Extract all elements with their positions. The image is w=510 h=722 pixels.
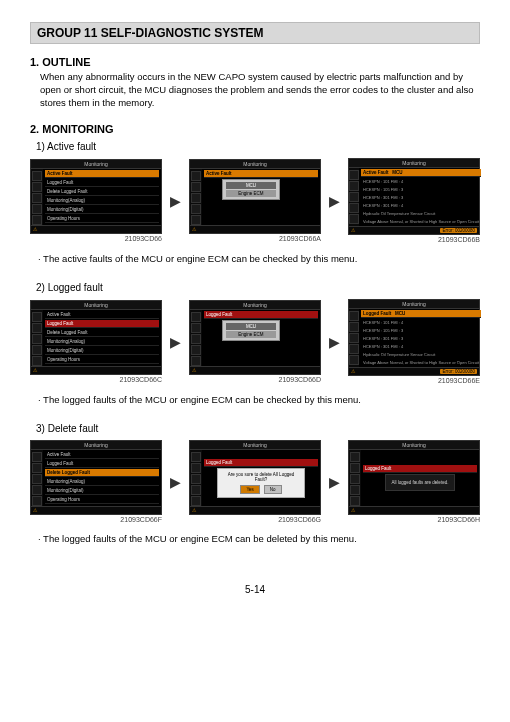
menu-item[interactable]: Delete Logged Fault bbox=[45, 329, 159, 337]
sidebar-icon bbox=[191, 452, 201, 462]
error-badge: Error: 00200080 bbox=[440, 369, 477, 374]
titlebar: Monitoring bbox=[190, 441, 320, 450]
figure-label: 21093CD66G bbox=[189, 516, 321, 523]
arrow-icon: ▶ bbox=[329, 334, 340, 350]
screen-footer: ⚠ Error: 00200080 bbox=[349, 226, 479, 234]
sidebar bbox=[190, 310, 202, 366]
menu-item-active[interactable]: Active Fault bbox=[204, 170, 318, 178]
sidebar-icon bbox=[349, 322, 359, 332]
screen-wrap-2: Monitoring Logged Fault Are you sure to … bbox=[189, 440, 321, 523]
warn-icon: ⚠ bbox=[33, 508, 37, 513]
warn-icon: ⚠ bbox=[33, 227, 37, 232]
screen-footer: ⚠ bbox=[31, 506, 161, 514]
sidebar bbox=[349, 168, 359, 226]
screen-footer: ⚠ bbox=[190, 225, 320, 233]
menu-item[interactable]: Monitoring(Analog) bbox=[45, 338, 159, 346]
active-fault-row: Monitoring Active Fault Logged Fault Del… bbox=[30, 158, 480, 243]
sidebar-icon bbox=[32, 323, 42, 333]
menu-item-logged[interactable]: Logged Fault bbox=[204, 311, 318, 319]
popup-item-mcu[interactable]: MCU bbox=[226, 182, 276, 189]
detail-header: Active Fault MCU bbox=[361, 169, 481, 177]
sidebar-icon bbox=[349, 355, 359, 365]
delete-fault-row: Monitoring Active Fault Logged Fault Del… bbox=[30, 440, 480, 523]
outline-heading: 1. OUTLINE bbox=[30, 56, 480, 68]
sidebar-icon bbox=[191, 496, 201, 506]
warn-icon: ⚠ bbox=[192, 227, 196, 232]
screen-footer: ⚠ bbox=[31, 366, 161, 374]
sidebar-icon bbox=[349, 344, 359, 354]
screen-main: Logged Fault MCU Engine ECM bbox=[202, 310, 320, 366]
sidebar-icon bbox=[349, 333, 359, 343]
logged-fault-heading: 2) Logged fault bbox=[36, 282, 480, 293]
menu-item[interactable]: Monitoring(Digital) bbox=[45, 206, 159, 214]
menu-item[interactable]: Operating Hours bbox=[45, 356, 159, 364]
sidebar-icon bbox=[32, 496, 42, 506]
menu-item[interactable]: Monitoring(Digital) bbox=[45, 487, 159, 495]
menu-item[interactable]: Monitoring(Analog) bbox=[45, 478, 159, 486]
sidebar bbox=[31, 450, 43, 506]
sidebar-icon bbox=[32, 452, 42, 462]
titlebar: Monitoring bbox=[31, 301, 161, 310]
titlebar: Monitoring bbox=[190, 301, 320, 310]
active-fault-heading: 1) Active fault bbox=[36, 141, 480, 152]
menu-item[interactable]: Active Fault bbox=[45, 451, 159, 459]
menu-item[interactable]: Active Fault bbox=[45, 311, 159, 319]
popup-item-mcu[interactable]: MCU bbox=[226, 323, 276, 330]
sidebar-icon bbox=[191, 171, 201, 181]
sidebar-icon bbox=[350, 496, 360, 506]
fault-desc: Voltage Above Normal, or Shorted to High… bbox=[361, 218, 481, 225]
menu-item[interactable]: Delete Logged Fault bbox=[45, 188, 159, 196]
sidebar-icon bbox=[350, 485, 360, 495]
arrow-icon: ▶ bbox=[170, 474, 181, 490]
sidebar-icon bbox=[32, 356, 42, 366]
detail-header: Logged Fault bbox=[363, 465, 477, 473]
menu-item-logged[interactable]: Logged Fault bbox=[45, 320, 159, 328]
menu-item[interactable]: Operating Hours bbox=[45, 496, 159, 504]
yes-button[interactable]: Yes bbox=[240, 485, 259, 494]
sidebar-icon bbox=[32, 334, 42, 344]
dialog-text: Are you sure to delete All Logged Fault? bbox=[221, 472, 301, 482]
sidebar-icon bbox=[349, 170, 359, 180]
no-button[interactable]: No bbox=[264, 485, 282, 494]
warn-icon: ⚠ bbox=[351, 228, 355, 233]
fault-code: HCESPN : 101 FMI : 4 bbox=[361, 319, 481, 326]
screen-active-3: Monitoring Active Fault MCU HCESPN : 101… bbox=[348, 158, 480, 235]
sidebar-icon bbox=[32, 345, 42, 355]
sidebar-icon bbox=[191, 474, 201, 484]
arrow-icon: ▶ bbox=[329, 474, 340, 490]
sidebar-icon bbox=[191, 215, 201, 225]
detail-header: Logged Fault MCU bbox=[361, 310, 481, 318]
menu-item[interactable]: Monitoring(Analog) bbox=[45, 197, 159, 205]
menu-item-delete[interactable]: Delete Logged Fault bbox=[45, 469, 159, 477]
menu-item[interactable]: Monitoring(Digital) bbox=[45, 347, 159, 355]
popup-item-ecm[interactable]: Engine ECM bbox=[226, 331, 276, 338]
sidebar-icon bbox=[191, 463, 201, 473]
menu-item[interactable]: Operating Hours bbox=[45, 215, 159, 223]
group-header: GROUP 11 SELF-DIAGNOSTIC SYSTEM bbox=[30, 22, 480, 44]
menu-item-active[interactable]: Active Fault bbox=[45, 170, 159, 178]
page-number: 5-14 bbox=[30, 584, 480, 595]
deleted-message: All logged faults are deleted. bbox=[385, 474, 456, 491]
fault-code: HCESPN : 301 FMI : 3 bbox=[361, 194, 481, 201]
sidebar bbox=[349, 309, 359, 367]
titlebar: Monitoring bbox=[349, 159, 479, 168]
screen-main: Logged Fault MCU HCESPN : 101 FMI : 4 HC… bbox=[359, 309, 483, 367]
figure-label: 21093CD66D bbox=[189, 376, 321, 383]
popup-item-ecm[interactable]: Engine ECM bbox=[226, 190, 276, 197]
sidebar-icon bbox=[32, 193, 42, 203]
screen-wrap-1: Monitoring Active Fault Logged Fault Del… bbox=[30, 440, 162, 523]
screen-delete-1: Monitoring Active Fault Logged Fault Del… bbox=[30, 440, 162, 515]
titlebar: Monitoring bbox=[31, 441, 161, 450]
menu-item[interactable]: Logged Fault bbox=[45, 179, 159, 187]
fault-code: HCESPN : 301 FMI : 4 bbox=[361, 202, 481, 209]
fault-code: HCESPN : 105 FMI : 3 bbox=[361, 186, 481, 193]
warn-icon: ⚠ bbox=[192, 508, 196, 513]
screen-active-1: Monitoring Active Fault Logged Fault Del… bbox=[30, 159, 162, 234]
sidebar-icon bbox=[32, 215, 42, 225]
screen-logged-2: Monitoring Logged Fault MCU Engine ECM ⚠ bbox=[189, 300, 321, 375]
figure-label: 21093CD66E bbox=[348, 377, 480, 384]
arrow-icon: ▶ bbox=[170, 334, 181, 350]
titlebar: Monitoring bbox=[349, 441, 479, 450]
menu-item[interactable]: Logged Fault bbox=[45, 460, 159, 468]
sidebar-icon bbox=[32, 463, 42, 473]
